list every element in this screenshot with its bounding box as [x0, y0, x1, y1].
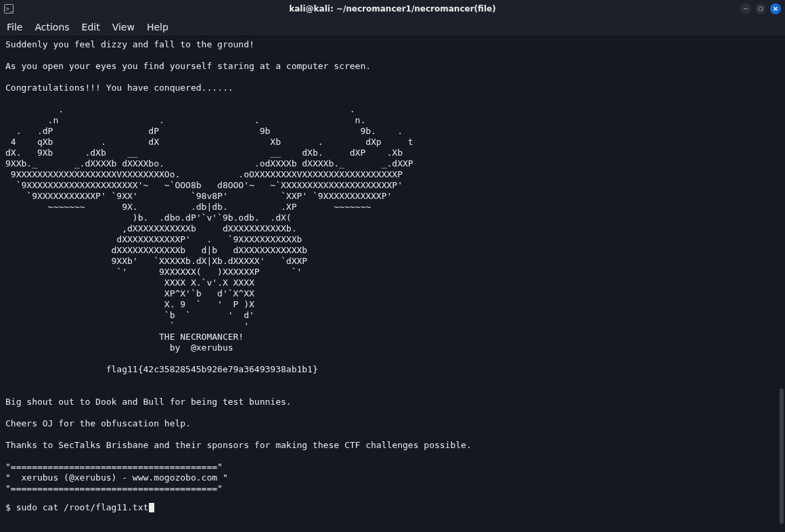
svg-point-1	[759, 7, 763, 11]
prompt-line[interactable]: $ sudo cat /root/flag11.txt	[5, 502, 780, 513]
window-controls	[740, 3, 781, 14]
menu-help[interactable]: Help	[147, 22, 169, 32]
minimize-button[interactable]	[740, 3, 751, 14]
terminal-viewport[interactable]: Suddenly you feel dizzy and fall to the …	[0, 37, 785, 532]
text-cursor	[149, 503, 154, 512]
menubar: File Actions Edit View Help	[0, 18, 785, 37]
menu-file[interactable]: File	[7, 22, 22, 32]
titlebar: >_ kali@kali: ~/necromancer1/necromancer…	[0, 0, 785, 18]
command-text: sudo cat /root/flag11.txt	[16, 502, 149, 512]
maximize-button[interactable]	[755, 3, 766, 14]
close-button[interactable]	[770, 3, 781, 14]
menu-actions[interactable]: Actions	[35, 22, 69, 32]
prompt-symbol: $	[5, 502, 16, 512]
terminal-app-icon: >_	[4, 4, 14, 14]
menu-view[interactable]: View	[112, 22, 135, 32]
scrollbar-thumb[interactable]	[780, 389, 784, 524]
window-title: kali@kali: ~/necromancer1/necromancer(fi…	[0, 4, 785, 14]
menu-edit[interactable]: Edit	[82, 22, 100, 32]
terminal-output: Suddenly you feel dizzy and fall to the …	[5, 39, 780, 494]
